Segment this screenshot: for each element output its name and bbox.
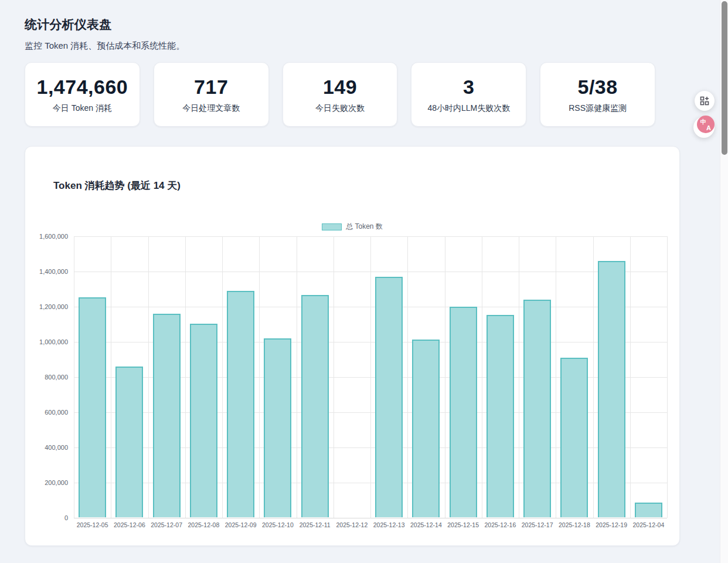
stat-value: 149: [323, 76, 357, 99]
bar-2025-12-13[interactable]: [375, 277, 403, 517]
bar-2025-12-14[interactable]: [412, 340, 440, 517]
stat-value: 5/38: [577, 76, 617, 99]
x-axis-tick-label: 2025-12-04: [630, 521, 667, 528]
bar-2025-12-07[interactable]: [153, 314, 181, 517]
bar-2025-12-11[interactable]: [301, 295, 329, 517]
x-axis-tick-label: 2025-12-09: [222, 521, 259, 528]
gridline-vertical: [185, 236, 186, 518]
x-axis-tick-label: 2025-12-10: [259, 521, 296, 528]
bar-2025-12-16[interactable]: [487, 315, 514, 517]
plot-area: [74, 236, 667, 518]
bar-2025-12-18[interactable]: [560, 358, 588, 517]
bar-2025-12-04[interactable]: [635, 503, 662, 517]
gridline-vertical: [148, 236, 149, 518]
stat-value: 1,474,660: [37, 76, 128, 99]
gridline-vertical: [407, 236, 408, 518]
page-subtitle: 监控 Token 消耗、预估成本和系统性能。: [25, 40, 655, 52]
stat-card-today-failures: 149今日失败次数: [283, 62, 398, 127]
x-axis-tick-label: 2025-12-18: [556, 521, 593, 528]
chart-legend[interactable]: 总 Token 数: [25, 222, 679, 232]
gridline-vertical: [519, 236, 519, 518]
x-axis-tick-label: 2025-12-11: [297, 521, 334, 528]
stat-card-today-articles-processed: 717今日处理文章数: [154, 62, 269, 127]
stat-value: 3: [463, 76, 474, 99]
y-axis: 1,600,0001,400,0001,200,0001,000,000800,…: [25, 236, 74, 518]
bar-2025-12-06[interactable]: [115, 367, 143, 517]
y-axis-tick-label: 800,000: [45, 374, 68, 381]
y-axis-tick-label: 1,000,000: [39, 338, 68, 345]
bar-2025-12-10[interactable]: [264, 338, 291, 517]
bar-2025-12-09[interactable]: [227, 291, 254, 517]
bar-2025-12-08[interactable]: [190, 324, 217, 517]
y-axis-tick-label: 1,400,000: [39, 268, 68, 275]
scrollbar-thumb[interactable]: [722, 1, 727, 155]
widgets-button[interactable]: [695, 91, 715, 111]
stat-card-today-token-usage: 1,474,660今日 Token 消耗: [25, 62, 140, 127]
x-axis-tick-label: 2025-12-07: [148, 521, 185, 528]
gridline-vertical: [630, 236, 631, 518]
token-trend-chart: 1,600,0001,400,0001,200,0001,000,000800,…: [25, 236, 679, 518]
bar-2025-12-05[interactable]: [79, 297, 106, 517]
gridline-vertical: [259, 236, 260, 518]
y-axis-tick-label: 0: [64, 514, 68, 521]
x-axis-tick-label: 2025-12-19: [593, 521, 630, 528]
gridline-vertical: [667, 236, 668, 518]
x-axis-tick-label: 2025-12-05: [74, 521, 111, 528]
page-title: 统计分析仪表盘: [25, 16, 655, 33]
token-trend-card: Token 消耗趋势 (最近 14 天) 总 Token 数 1,600,000…: [25, 146, 680, 546]
y-axis-tick-label: 1,200,000: [39, 303, 68, 310]
gridline-vertical: [74, 236, 74, 518]
y-axis-tick-label: 400,000: [45, 444, 68, 451]
gridline-vertical: [222, 236, 223, 518]
x-axis-tick-label: 2025-12-08: [185, 521, 222, 528]
stat-label: 48小时内LLM失败次数: [427, 103, 510, 114]
main-content: 统计分析仪表盘 监控 Token 消耗、预估成本和系统性能。 1,474,660…: [0, 0, 655, 546]
bar-2025-12-19[interactable]: [598, 261, 625, 517]
gridline-vertical: [111, 236, 111, 518]
stat-label: 今日处理文章数: [182, 103, 240, 114]
gridline-vertical: [297, 236, 297, 518]
stat-label: 今日 Token 消耗: [53, 103, 112, 114]
translate-button[interactable]: 中 A: [693, 116, 717, 138]
y-axis-tick-label: 600,000: [45, 409, 68, 416]
chart-title: Token 消耗趋势 (最近 14 天): [53, 179, 679, 192]
translate-icon-en-glyph: A: [706, 124, 711, 131]
stat-card-rss-health: 5/38RSS源健康监测: [540, 62, 655, 127]
bar-2025-12-17[interactable]: [523, 300, 551, 517]
stats-row: 1,474,660今日 Token 消耗717今日处理文章数149今日失败次数3…: [25, 62, 655, 127]
scrollbar-track[interactable]: [720, 0, 728, 563]
stat-card-llm-failures-48h: 348小时内LLM失败次数: [411, 62, 526, 127]
x-axis-tick-label: 2025-12-15: [445, 521, 482, 528]
x-axis-tick-label: 2025-12-16: [482, 521, 519, 528]
y-axis-tick-label: 1,600,000: [39, 233, 68, 240]
x-axis-tick-label: 2025-12-17: [519, 521, 556, 528]
gridline-vertical: [334, 236, 334, 518]
legend-swatch: [322, 223, 342, 230]
gridline-vertical: [593, 236, 594, 518]
x-axis: 2025-12-052025-12-062025-12-072025-12-08…: [74, 518, 667, 532]
translate-icon: 中 A: [697, 116, 715, 133]
gridline-vertical: [445, 236, 445, 518]
bar-2025-12-15[interactable]: [450, 307, 477, 517]
x-axis-tick-label: 2025-12-12: [334, 521, 370, 528]
stat-label: RSS源健康监测: [569, 103, 627, 114]
stat-value: 717: [194, 76, 228, 99]
legend-label: 总 Token 数: [346, 222, 383, 232]
x-axis-tick-label: 2025-12-14: [407, 521, 444, 528]
stat-label: 今日失败次数: [315, 103, 365, 114]
add-widget-icon: [700, 96, 709, 106]
gridline-vertical: [556, 236, 556, 518]
x-axis-tick-label: 2025-12-06: [111, 521, 148, 528]
gridline-vertical: [482, 236, 482, 518]
x-axis-tick-label: 2025-12-13: [370, 521, 407, 528]
gridline-vertical: [370, 236, 371, 518]
translate-icon-zh-glyph: 中: [700, 118, 706, 126]
y-axis-tick-label: 200,000: [45, 479, 68, 486]
